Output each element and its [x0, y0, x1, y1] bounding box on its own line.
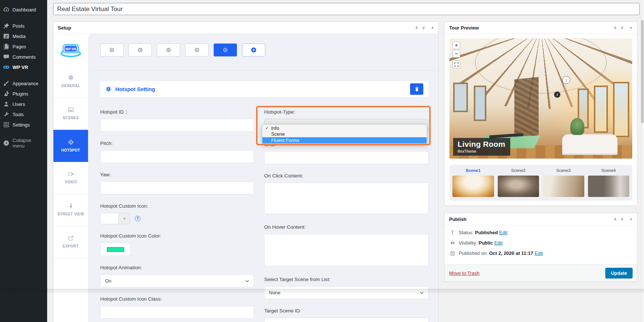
tab-general[interactable]: GENERAL [53, 66, 88, 98]
edit-visibility-link[interactable]: Edit [494, 240, 503, 246]
icon-color-picker[interactable] [100, 243, 130, 256]
move-up-icon[interactable]: ∧ [613, 217, 617, 221]
scene1-thumbnail[interactable] [452, 176, 494, 197]
scene2-label[interactable]: Scene2 [498, 168, 539, 173]
sidebar-item-posts[interactable]: Posts [0, 21, 47, 31]
publish-footer: Move to Trash Update [445, 264, 637, 281]
hotspot-form-left-column: Hotspot ID : Pitch: Yaw: [100, 109, 254, 322]
fullscreen-button[interactable] [452, 60, 460, 68]
tour-preview-header: Tour Preview ∧ ∨ ▲ [445, 22, 637, 34]
scene-tab-button-2[interactable] [129, 44, 152, 56]
on-hover-content-label: On Hover Content: [264, 224, 428, 230]
scene-hotspot-marker[interactable]: ↑ [562, 76, 570, 84]
scene3-thumbnail[interactable] [543, 176, 584, 197]
setup-panel-title: Setup [58, 25, 71, 31]
sidebar-item-comments[interactable]: Comments [0, 52, 47, 62]
url-input[interactable] [264, 151, 428, 164]
tab-hotspot[interactable]: HOTSPOT [53, 130, 88, 162]
update-button[interactable]: Update [605, 268, 633, 278]
visibility-row: Visibility: Public Edit [450, 240, 632, 246]
street-view-icon [68, 203, 74, 209]
main-content: Setup ∧ ∨ ▲ WP VR [47, 0, 644, 322]
tab-street-view[interactable]: STREET VIEW [53, 194, 88, 226]
panel-toggle-icon[interactable]: ▲ [630, 218, 633, 221]
wp-admin-sidebar: Dashboard Posts Media Pages Comments WP … [0, 0, 47, 322]
zoom-in-button[interactable]: + [452, 41, 460, 49]
window [613, 82, 629, 137]
sidebar-item-tools[interactable]: Tools [0, 109, 47, 120]
tab-video[interactable]: VIDEO [53, 162, 88, 194]
icon-picker-arrow[interactable]: ▼ [119, 213, 130, 224]
scene4-thumbnail[interactable] [588, 176, 630, 197]
dot-circle-icon [194, 47, 200, 53]
sidebar-item-pages[interactable]: Pages [0, 41, 47, 52]
scene-tab-button-5-active[interactable] [214, 44, 237, 56]
target-scene-list-label: Select Target Scene from List: [264, 277, 428, 282]
scene1-label[interactable]: Scene1 [452, 168, 494, 173]
target-scene-select[interactable]: None [264, 286, 428, 299]
visibility-value: Public [479, 240, 493, 246]
add-circle-icon [251, 47, 257, 53]
status-row: Status: Published Edit [450, 230, 632, 235]
menu-option-scene[interactable]: Scene [262, 131, 427, 138]
panel-toggle-icon[interactable]: ▲ [431, 26, 434, 29]
sidebar-item-plugins[interactable]: Plugins [0, 89, 47, 99]
sidebar-item-users[interactable]: Users [0, 99, 47, 109]
sidebar-item-dashboard[interactable]: Dashboard [0, 4, 47, 15]
scrollbar-thumb[interactable] [641, 20, 644, 123]
move-to-trash-link[interactable]: Move to Trash [449, 270, 479, 276]
scene4-label[interactable]: Scene4 [588, 168, 630, 173]
window [453, 83, 468, 112]
target-scene-id-label: Target Scene ID: [264, 308, 428, 314]
fullscreen-icon [454, 62, 459, 67]
info-hotspot-marker[interactable]: i [554, 91, 560, 98]
move-down-icon[interactable]: ∨ [422, 25, 425, 30]
chevron-down-icon [420, 291, 424, 295]
menu-option-info[interactable]: ✓ Info [262, 125, 427, 131]
plant [570, 118, 584, 135]
menu-option-fluent-forms[interactable]: Fluent Forms [262, 137, 427, 143]
on-hover-content-textarea[interactable] [264, 234, 428, 266]
help-icon[interactable]: ? [135, 216, 140, 221]
panel-toggle-icon[interactable]: ▲ [630, 26, 633, 29]
tour-title-input[interactable] [53, 3, 640, 15]
scene-tab-button-3[interactable] [157, 44, 180, 56]
sidebar-item-wp-vr[interactable]: WP VR [0, 62, 47, 72]
custom-icon-class-label: Hotspot Custom Icon Class: [100, 296, 254, 302]
scene-tab-strip [100, 44, 428, 56]
eye-icon [450, 240, 455, 246]
move-up-icon[interactable]: ∧ [415, 25, 418, 30]
sidebar-item-settings[interactable]: Settings [0, 120, 47, 130]
custom-icon-class-input[interactable] [100, 306, 254, 319]
animation-select[interactable]: On [100, 274, 254, 287]
icon-picker-value[interactable] [100, 213, 119, 224]
panorama-viewer[interactable]: ↑ i + − Living Room RexTheme [449, 38, 632, 159]
scene-tab-button-1[interactable] [100, 44, 123, 56]
tab-scenes[interactable]: SCENES [53, 98, 88, 130]
edit-published-link[interactable]: Edit [535, 250, 543, 256]
yaw-input[interactable] [100, 181, 254, 194]
move-down-icon[interactable]: ∨ [620, 25, 624, 30]
scene3-label[interactable]: Scene3 [543, 168, 584, 173]
edit-status-link[interactable]: Edit [499, 230, 507, 235]
hotspot-id-input[interactable] [100, 119, 254, 132]
sidebar-item-appearance[interactable]: Appearance [0, 78, 47, 89]
export-icon [68, 235, 74, 241]
pitch-input[interactable] [100, 150, 254, 163]
zoom-out-button[interactable]: − [452, 50, 460, 58]
scene-tab-button-4[interactable] [185, 44, 209, 56]
scene2-thumbnail[interactable] [498, 176, 539, 197]
move-down-icon[interactable]: ∨ [620, 217, 624, 221]
move-up-icon[interactable]: ∧ [613, 25, 617, 30]
on-click-content-textarea[interactable] [264, 183, 428, 214]
sidebar-item-collapse-menu[interactable]: Collapse menu [0, 136, 47, 150]
add-scene-button[interactable] [242, 44, 265, 56]
scene-thumb-item: Scene2 [498, 168, 539, 197]
wrench-icon [3, 111, 10, 118]
tab-export[interactable]: EXPORT [53, 226, 88, 258]
delete-hotspot-button[interactable] [410, 83, 423, 95]
page-scrollbar[interactable] [641, 0, 644, 322]
sidebar-item-media[interactable]: Media [0, 31, 47, 41]
trash-icon [414, 86, 420, 92]
target-scene-id-input[interactable] [264, 318, 428, 322]
